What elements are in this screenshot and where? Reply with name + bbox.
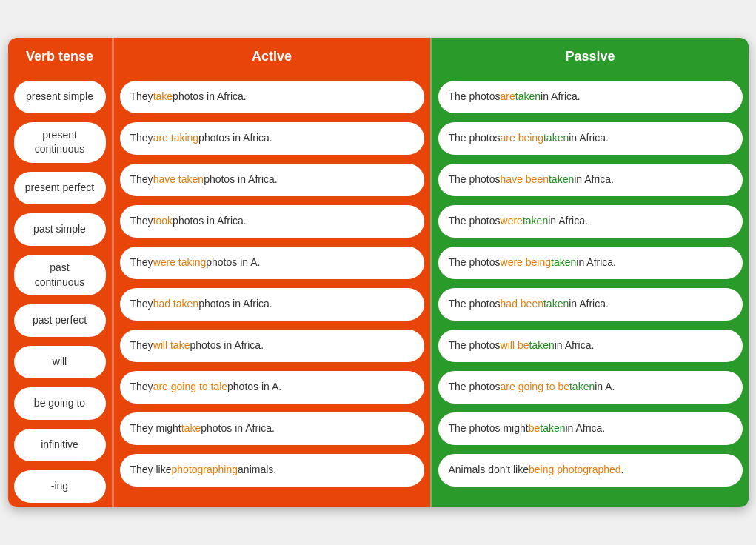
- passive-text-4: were being: [501, 255, 552, 270]
- verb-pill-6: will: [14, 346, 106, 378]
- verb-cell-7: be going to: [8, 383, 112, 424]
- active-text-2: They: [130, 173, 153, 187]
- active-pill-7: They are going to tale photos in A.: [120, 371, 424, 404]
- passive-text-1: in Africa.: [569, 131, 609, 146]
- active-cell-9: They like photographing animals.: [114, 449, 430, 491]
- active-column: Active They take photos in Africa.They a…: [112, 38, 430, 507]
- passive-text-3: The photos: [449, 214, 501, 229]
- active-pill-8: They might take photos in Africa.: [120, 412, 424, 445]
- grammar-table: Verb tense present simplepresent continu…: [8, 38, 749, 507]
- passive-text-2: The photos: [449, 173, 501, 187]
- verb-pill-9: -ing: [14, 470, 106, 503]
- active-cell-7: They are going to tale photos in A.: [114, 367, 430, 408]
- passive-text-0: The photos: [449, 90, 501, 104]
- verb-cell-4: past continuous: [8, 250, 112, 300]
- active-text-8: photos in Africa.: [201, 421, 275, 436]
- verb-cell-9: -ing: [8, 466, 112, 507]
- verb-header-label: Verb tense: [26, 49, 93, 64]
- active-text-5: had taken: [153, 297, 199, 312]
- active-text-5: photos in Africa.: [198, 297, 272, 312]
- active-pill-1: They are taking photos in Africa.: [120, 122, 424, 155]
- passive-text-4: taken: [551, 255, 576, 270]
- active-header-label: Active: [252, 49, 292, 64]
- verb-cell-2: present perfect: [8, 167, 112, 209]
- active-header: Active: [114, 38, 430, 76]
- active-text-7: They: [130, 380, 153, 395]
- active-text-9: They like: [130, 463, 172, 478]
- passive-header-label: Passive: [565, 49, 615, 64]
- verb-pill-1: present continuous: [14, 122, 106, 163]
- passive-text-0: are: [501, 90, 515, 104]
- passive-column: Passive The photos are taken in Africa.T…: [430, 38, 749, 507]
- active-text-4: photos in A.: [206, 255, 260, 270]
- active-cell-8: They might take photos in Africa.: [114, 408, 430, 449]
- active-cell-2: They have taken photos in Africa.: [114, 159, 430, 201]
- passive-cell-2: The photos have been taken in Africa.: [432, 159, 749, 201]
- passive-text-8: The photos might: [449, 421, 529, 436]
- passive-pill-4: The photos were being taken in Africa.: [438, 247, 743, 279]
- passive-text-8: in Africa.: [566, 421, 606, 436]
- passive-cell-3: The photos were taken in Africa.: [432, 201, 749, 242]
- active-cell-1: They are taking photos in Africa.: [114, 118, 430, 159]
- passive-text-9: .: [621, 463, 624, 478]
- passive-pill-3: The photos were taken in Africa.: [438, 205, 743, 238]
- passive-text-2: have been: [501, 173, 549, 187]
- passive-text-7: are going to be: [501, 380, 569, 395]
- passive-text-1: The photos: [449, 131, 501, 146]
- verb-cells: present simplepresent continuouspresent …: [8, 76, 112, 507]
- active-text-8: take: [181, 421, 201, 436]
- active-pill-4: They were taking photos in A.: [120, 247, 424, 279]
- active-text-0: photos in Africa.: [173, 90, 247, 104]
- active-pill-3: They took photos in Africa.: [120, 205, 424, 238]
- active-text-3: They: [130, 214, 153, 229]
- active-text-9: animals.: [238, 463, 276, 478]
- active-text-7: are going to tale: [153, 380, 227, 395]
- active-cell-0: They take photos in Africa.: [114, 76, 430, 118]
- verb-pill-0: present simple: [14, 81, 106, 113]
- active-text-4: They: [130, 255, 153, 270]
- passive-text-5: in Africa.: [569, 297, 609, 312]
- passive-pill-2: The photos have been taken in Africa.: [438, 164, 743, 196]
- active-pill-9: They like photographing animals.: [120, 454, 424, 487]
- passive-pill-5: The photos had been taken in Africa.: [438, 288, 743, 321]
- passive-text-1: taken: [543, 131, 569, 146]
- passive-text-7: The photos: [449, 380, 501, 395]
- active-text-1: photos in Africa.: [198, 131, 272, 146]
- verb-cell-3: past simple: [8, 209, 112, 250]
- active-text-4: were taking: [153, 255, 207, 270]
- active-cell-4: They were taking photos in A.: [114, 242, 430, 284]
- passive-cell-0: The photos are taken in Africa.: [432, 76, 749, 118]
- active-text-3: photos in Africa.: [173, 214, 247, 229]
- verb-pill-2: present perfect: [14, 172, 106, 204]
- passive-text-3: in Africa.: [548, 214, 588, 229]
- passive-pill-1: The photos are being taken in Africa.: [438, 122, 743, 155]
- passive-text-0: in Africa.: [541, 90, 581, 104]
- active-text-5: They: [130, 297, 153, 312]
- passive-text-3: taken: [523, 214, 548, 229]
- verb-column: Verb tense present simplepresent continu…: [8, 38, 112, 507]
- active-text-1: are taking: [153, 131, 198, 146]
- active-text-6: will take: [153, 338, 190, 353]
- verb-pill-3: past simple: [14, 213, 106, 246]
- passive-cell-7: The photos are going to be taken in A.: [432, 367, 749, 408]
- passive-text-2: in Africa.: [574, 173, 614, 187]
- verb-cell-1: present continuous: [8, 118, 112, 167]
- active-cell-6: They will take photos in Africa.: [114, 325, 430, 367]
- passive-cells: The photos are taken in Africa.The photo…: [432, 76, 749, 491]
- passive-text-6: taken: [529, 338, 554, 353]
- active-cells: They take photos in Africa.They are taki…: [114, 76, 430, 491]
- active-text-2: have taken: [153, 173, 204, 187]
- active-text-3: took: [153, 214, 173, 229]
- active-text-0: They: [130, 90, 153, 104]
- passive-text-5: The photos: [449, 297, 501, 312]
- verb-cell-8: infinitive: [8, 424, 112, 466]
- passive-cell-4: The photos were being taken in Africa.: [432, 242, 749, 284]
- passive-text-4: in Africa.: [576, 255, 616, 270]
- passive-pill-7: The photos are going to be taken in A.: [438, 371, 743, 404]
- passive-cell-6: The photos will be taken in Africa.: [432, 325, 749, 367]
- verb-cell-5: past perfect: [8, 300, 112, 341]
- passive-text-6: in Africa.: [555, 338, 595, 353]
- active-pill-5: They had taken photos in Africa.: [120, 288, 424, 321]
- passive-text-9: being photographed: [529, 463, 621, 478]
- passive-cell-1: The photos are being taken in Africa.: [432, 118, 749, 159]
